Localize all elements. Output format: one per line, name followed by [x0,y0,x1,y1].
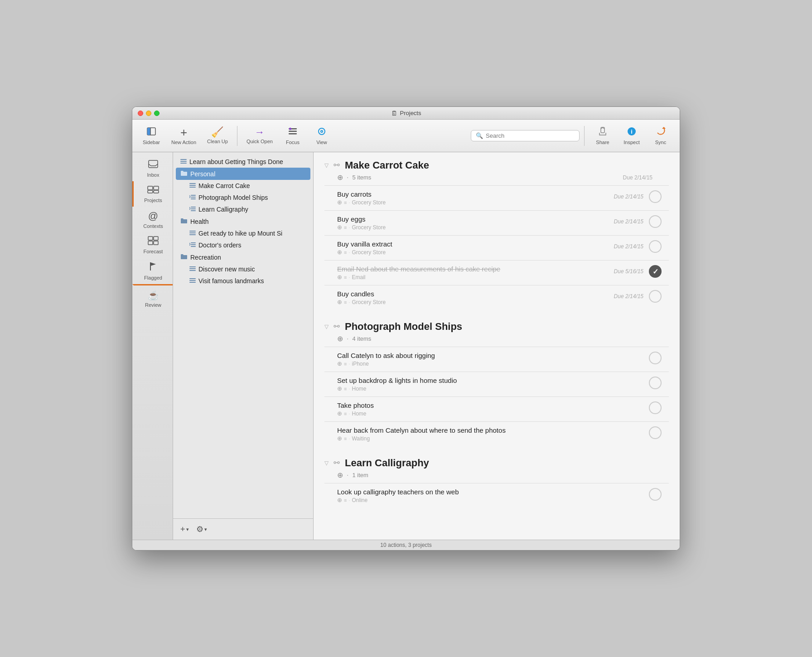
task-row: Buy eggs ⊕ ≡ · Grocery Store Due 2/14/15 [324,210,669,235]
sidebar-item-landmarks[interactable]: Visit famous landmarks [173,275,313,287]
quick-open-button[interactable]: → Quick Open [242,125,277,147]
link-icon [333,459,340,468]
task-name: Email Ned about the measurements of his … [337,265,614,273]
minimize-button[interactable] [146,111,151,116]
sidebar-item-calligraphy[interactable]: Learn Calligraphy [173,203,313,215]
sidebar-content: Learn about Getting Things Done Personal… [173,152,313,518]
task-checkbox[interactable] [649,426,662,439]
toolbar-divider-1 [237,126,237,146]
settings-button[interactable]: ⚙ ▾ [194,522,209,536]
task-checkbox[interactable] [649,352,662,364]
task-right: Due 5/16/15 ✓ [614,265,669,278]
view-button[interactable]: View [308,124,335,148]
new-action-button[interactable]: + New Action [167,124,201,148]
add-item-button[interactable]: + ▾ [179,523,191,536]
task-context: Grocery Store [352,199,386,206]
project-section-model-ships: ▽ Photograph Model Ships ⊕ · 4 items Cal… [314,314,680,450]
task-add-icon[interactable]: ⊕ [337,385,342,392]
folder-icon [180,170,188,178]
task-add-icon[interactable]: ⊕ [337,410,342,417]
task-row: Buy carrots ⊕ ≡ · Grocery Store Due 2/14… [324,185,669,210]
add-action-icon[interactable]: ⊕ [337,173,343,182]
maximize-button[interactable] [154,111,160,116]
sidebar-item-personal[interactable]: Personal [176,168,310,180]
nav-item-projects[interactable]: Projects [132,181,173,207]
task-sub: ⊕ ≡ · Grocery Store [337,299,614,305]
project-title: Photograph Model Ships [345,321,462,333]
contexts-icon: @ [148,210,158,222]
task-checkbox[interactable]: ✓ [649,265,662,278]
task-add-icon[interactable]: ⊕ [337,360,342,367]
project-count: 1 item [352,472,368,478]
projects-label: Projects [144,198,162,203]
add-item-chevron: ▾ [186,527,189,532]
task-name: Take photos [337,401,649,409]
close-button[interactable] [138,111,143,116]
task-info: Look up calligraphy teachers on the web … [337,488,649,503]
sidebar-item-mount[interactable]: Get ready to hike up Mount Si [173,227,313,239]
task-checkbox[interactable] [649,290,662,303]
sidebar-item-ships[interactable]: Photograph Model Ships [173,192,313,203]
task-add-icon[interactable]: ⊕ [337,224,342,231]
meta-dot: · [347,335,348,343]
sidebar-item-recreation[interactable]: Recreation [173,251,313,263]
add-action-icon[interactable]: ⊕ [337,334,343,343]
sidebar-item-gtd[interactable]: Learn about Getting Things Done [173,156,313,168]
main-body: Inbox Projects @ Contexts Forecast [132,152,680,540]
add-action-icon[interactable]: ⊕ [337,471,343,479]
task-add-icon[interactable]: ⊕ [337,435,342,442]
svg-point-48 [338,164,339,166]
sidebar-item-carrot[interactable]: Make Carrot Cake [173,180,313,192]
collapse-icon[interactable]: ▽ [324,324,329,330]
task-add-icon[interactable]: ⊕ [337,299,342,305]
nav-item-flagged[interactable]: Flagged [132,258,173,284]
svg-rect-14 [149,160,158,168]
sub-dot: · [348,361,350,367]
svg-point-47 [334,164,336,166]
sidebar-button[interactable]: Sidebar [138,124,165,148]
sidebar-item-label: Personal [190,170,215,178]
sync-label: Sync [655,140,666,145]
task-right [649,377,669,389]
project-count: 4 items [352,335,371,342]
svg-rect-33 [191,208,196,209]
task-add-icon[interactable]: ⊕ [337,249,342,256]
sidebar-item-doctor[interactable]: Doctor's orders [173,239,313,251]
search-bar[interactable]: 🔍 [471,130,580,141]
task-row: Buy vanilla extract ⊕ ≡ · Grocery Store … [324,235,669,260]
task-context: Waiting [352,435,370,442]
collapse-icon[interactable]: ▽ [324,460,329,466]
task-checkbox[interactable] [649,488,662,501]
collapse-icon[interactable]: ▽ [324,162,329,169]
sidebar-item-label: Get ready to hike up Mount Si [198,230,282,237]
nav-item-inbox[interactable]: Inbox [132,156,173,181]
focus-button[interactable]: Focus [279,124,306,148]
task-checkbox[interactable] [649,215,662,228]
task-add-icon[interactable]: ⊕ [337,274,342,280]
task-checkbox[interactable] [649,240,662,253]
svg-rect-15 [148,186,153,190]
nav-item-contexts[interactable]: @ Contexts [132,207,173,232]
task-info: Buy candles ⊕ ≡ · Grocery Store [337,290,614,305]
nav-item-review[interactable]: ☕ Review [132,284,173,311]
inspect-button[interactable]: i Inspect [618,124,645,148]
task-due: Due 2/14/15 [614,293,643,300]
svg-rect-19 [148,237,153,240]
task-checkbox[interactable] [649,190,662,203]
sync-button[interactable]: Sync [647,124,674,148]
nav-item-forecast[interactable]: Forecast [132,232,173,258]
task-checkbox[interactable] [649,377,662,389]
task-checkbox[interactable] [649,401,662,414]
search-input[interactable] [486,132,575,139]
svg-rect-16 [154,186,159,190]
task-add-icon[interactable]: ⊕ [337,497,342,503]
svg-point-6 [289,128,291,130]
status-text: 10 actions, 3 projects [380,542,431,548]
task-add-icon[interactable]: ⊕ [337,199,342,206]
share-button[interactable]: Share [589,124,616,148]
clean-up-button[interactable]: 🧹 Clean Up [203,125,232,147]
svg-rect-36 [189,232,196,233]
sidebar-item-health[interactable]: Health [173,215,313,227]
task-right: Due 2/14/15 [614,215,669,228]
sidebar-item-music[interactable]: Discover new music [173,263,313,275]
